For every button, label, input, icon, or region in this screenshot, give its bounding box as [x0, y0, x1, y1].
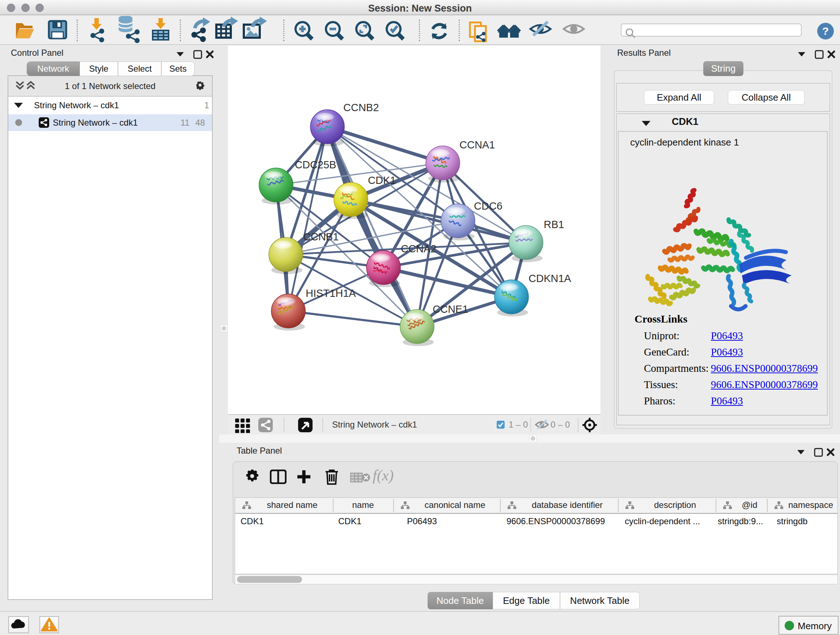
svg-text:HIST1H1A: HIST1H1A [306, 287, 356, 299]
svg-text:CDC6: CDC6 [474, 200, 502, 212]
svg-text:RB1: RB1 [544, 219, 564, 230]
svg-text:CDC25B: CDC25B [295, 159, 336, 171]
svg-text:CCNA2: CCNA2 [401, 243, 436, 255]
svg-text:CCNE1: CCNE1 [433, 303, 468, 315]
svg-text:CCNB2: CCNB2 [343, 102, 379, 113]
svg-text:CDKN1A: CDKN1A [529, 272, 571, 284]
svg-text:CCNB1: CCNB1 [303, 231, 339, 242]
svg-text:CDK1: CDK1 [368, 174, 396, 186]
svg-text:CCNA1: CCNA1 [459, 139, 495, 150]
